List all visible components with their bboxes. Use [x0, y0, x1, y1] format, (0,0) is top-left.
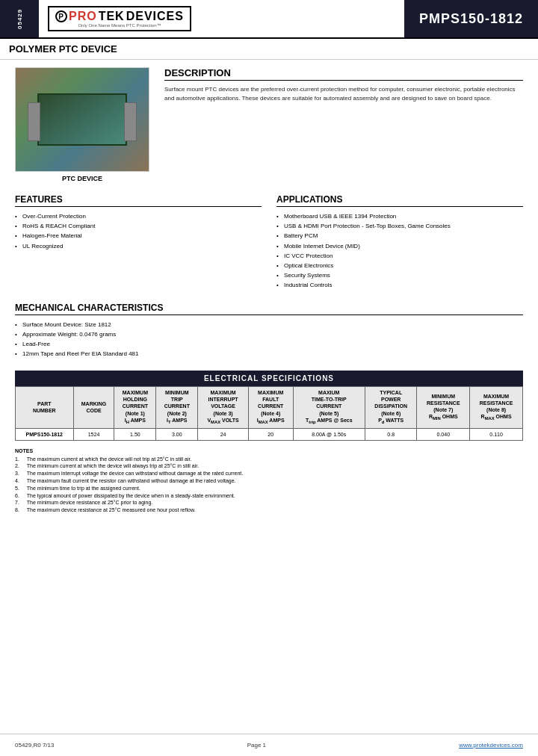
mechanical-section: MECHANICAL CHARACTERISTICS Surface Mount… [15, 303, 523, 359]
note-item: 2. The minimum current at which the devi… [15, 462, 523, 470]
notes-section: NOTES 1. The maximum current at which th… [15, 448, 523, 514]
notes-title: NOTES [15, 448, 523, 453]
list-item: 12mm Tape and Reel Per EIA Standard 481 [15, 349, 523, 359]
list-item: Surface Mount Device: Size 1812 [15, 320, 523, 329]
col-min-resistance: MINIMUMRESISTANCE(Note 7)RMIN OHMS [417, 387, 470, 428]
logo-p-circle: P [55, 10, 67, 22]
footer-center: Page 1 [247, 742, 266, 749]
main-content: PTC DEVICE DESCRIPTION Surface mount PTC… [0, 60, 538, 521]
list-item: Security Systems [276, 270, 523, 280]
electrical-specs: ELECTRICAL SPECIFICATIONS PARTNUMBER MAR… [15, 371, 523, 440]
logo-tek: TEK [99, 10, 125, 23]
list-item: Mobile Internet Device (MID) [276, 241, 523, 251]
description-text: Surface mount PTC devices are the prefer… [164, 85, 523, 103]
list-item: Optical Electronics [276, 261, 523, 270]
cell-max-interrupt-voltage: 24 [198, 428, 249, 440]
cell-typical-power: 0.8 [365, 428, 416, 440]
list-item: Motherboard USB & IEEE 1394 Protection [276, 211, 523, 221]
device-label: PTC DEVICE [62, 175, 102, 182]
device-image-box: PTC DEVICE [15, 67, 149, 182]
page-title: POLYMER PTC DEVICE [9, 43, 529, 55]
table-header-row: PARTNUMBER MARKINGCODE MAXIMUMHOLDINGCUR… [16, 387, 523, 428]
device-image [15, 67, 149, 172]
col-max-interrupt-voltage: MAXIMUMINTERRUPTVOLTAGE(Note 3)VMAX VOLT… [198, 387, 249, 428]
col-typical-power: TYPICALPOWERDISSIPATION(Note 6)Pd WATTS [365, 387, 416, 428]
cell-time-to-trip: 8.00A @ 1.50s [293, 428, 365, 440]
list-item: Over-Current Protection [15, 211, 262, 221]
features-apps: FEATURES Over-Current Protection RoHS & … [15, 194, 523, 291]
col-max-holding: MAXIMUMHOLDINGCURRENT(Note 1)IH AMPS [114, 387, 156, 428]
notes-list: 1. The maximum current at which the devi… [15, 456, 523, 514]
logo-box: P PRO TEK DEVICES Only One Name Means PT… [48, 6, 191, 31]
note-item: 3. The maximum interrupt voltage the dev… [15, 470, 523, 477]
cell-max-holding: 1.50 [114, 428, 156, 440]
top-section: PTC DEVICE DESCRIPTION Surface mount PTC… [15, 67, 523, 182]
cell-min-trip: 3.00 [156, 428, 198, 440]
col-part-number: PARTNUMBER [16, 387, 74, 428]
note-item: 4. The maximum fault current the resisto… [15, 477, 523, 485]
device-image-inner [37, 93, 127, 146]
cell-marking-code: 1524 [73, 428, 114, 440]
list-item: Lead-Free [15, 339, 523, 349]
features-list: Over-Current Protection RoHS & REACH Com… [15, 211, 262, 251]
mechanical-title: MECHANICAL CHARACTERISTICS [15, 303, 523, 315]
logo-devices: DEVICES [126, 10, 184, 23]
footer-right: www.protekdevices.com [459, 742, 523, 749]
cell-min-resistance: 0.040 [417, 428, 470, 440]
list-item: RoHS & REACH Compliant [15, 221, 262, 231]
cell-max-fault: 20 [248, 428, 293, 440]
note-item: 6. The typical amount of power dissipate… [15, 492, 523, 500]
header-part-number: PMPS150-1812 [404, 0, 538, 37]
note-item: 8. The maximum device resistance at 25°C… [15, 506, 523, 514]
list-item: Approximate Weight: 0.0476 grams [15, 329, 523, 339]
applications-column: APPLICATIONS Motherboard USB & IEEE 1394… [276, 194, 523, 291]
col-max-resistance: MAXIMUMRESISTANCE(Note 8)RMAX OHMS [470, 387, 523, 428]
list-item: USB & HDMI Port Protection - Set-Top Box… [276, 221, 523, 231]
list-item: IC VCC Protection [276, 251, 523, 261]
catalog-number: 05429 [0, 0, 39, 37]
list-item: Battery PCM [276, 231, 523, 241]
features-title: FEATURES [15, 194, 262, 207]
spec-table: PARTNUMBER MARKINGCODE MAXIMUMHOLDINGCUR… [15, 386, 523, 440]
title-bar: POLYMER PTC DEVICE [0, 39, 538, 60]
list-item: Halogen-Free Material [15, 231, 262, 241]
brand-name: P PRO TEK DEVICES [55, 10, 184, 23]
cell-max-resistance: 0.110 [470, 428, 523, 440]
logo-tagline: Only One Name Means PTC Protection™ [78, 23, 161, 28]
footer-left: 05429,R0 7/13 [15, 742, 55, 749]
col-min-trip: MINIMUMTRIPCURRENT(Note 2)IT AMPS [156, 387, 198, 428]
cell-part-number: PMPS150-1812 [16, 428, 74, 440]
description-section: DESCRIPTION Surface mount PTC devices ar… [164, 67, 523, 182]
col-max-fault: MAXIMUMFAULTCURRENT(Note 4)IMAX AMPS [248, 387, 293, 428]
description-title: DESCRIPTION [164, 67, 523, 81]
note-item: 1. The maximum current at which the devi… [15, 456, 523, 463]
applications-title: APPLICATIONS [276, 194, 523, 207]
table-row: PMPS150-1812 1524 1.50 3.00 24 20 8.00A … [16, 428, 523, 440]
table-title: ELECTRICAL SPECIFICATIONS [15, 371, 523, 386]
page-header: 05429 P PRO TEK DEVICES Only One Name Me… [0, 0, 538, 39]
note-item: 5. The minimum time to trip at the assig… [15, 485, 523, 492]
features-column: FEATURES Over-Current Protection RoHS & … [15, 194, 262, 291]
mechanical-list: Surface Mount Device: Size 1812 Approxim… [15, 320, 523, 359]
applications-list: Motherboard USB & IEEE 1394 Protection U… [276, 211, 523, 291]
note-item: 7. The minimum device resistance at 25°C… [15, 499, 523, 506]
col-time-to-trip: MAXIUMTIME-TO-TRIPCURRENT(Note 5)Ttrip A… [293, 387, 365, 428]
page-footer: 05429,R0 7/13 Page 1 www.protekdevices.c… [0, 734, 538, 756]
col-marking-code: MARKINGCODE [73, 387, 114, 428]
list-item: Industrial Controls [276, 280, 523, 290]
list-item: UL Recognized [15, 241, 262, 251]
logo-area: P PRO TEK DEVICES Only One Name Means PT… [39, 0, 404, 37]
logo-pro: PRO [69, 10, 97, 23]
